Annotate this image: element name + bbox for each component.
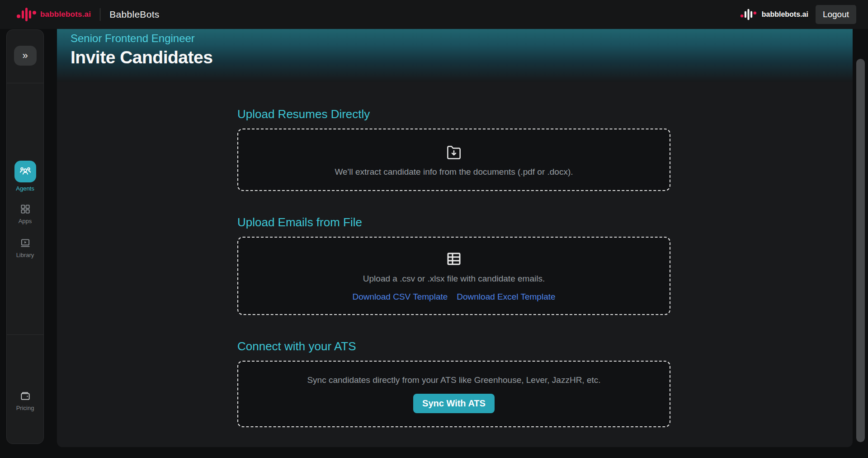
folder-download-icon bbox=[445, 143, 463, 161]
topbar-divider bbox=[100, 8, 100, 21]
logout-button[interactable]: Logout bbox=[816, 5, 856, 24]
page-title: Invite Candidates bbox=[71, 48, 853, 67]
job-title: Senior Frontend Engineer bbox=[71, 32, 853, 45]
email-upload-description: Upload a .csv or .xlsx file with candida… bbox=[363, 274, 545, 284]
vertical-scrollbar-thumb[interactable] bbox=[856, 59, 865, 442]
download-excel-template-link[interactable]: Download Excel Template bbox=[457, 292, 555, 302]
sections-container: Upload Resumes Directly We'll extract ca… bbox=[237, 82, 670, 427]
babblebots-logo-icon-right bbox=[741, 9, 756, 20]
resume-upload-dropzone[interactable]: We'll extract candidate info from the do… bbox=[237, 129, 670, 191]
table-icon bbox=[445, 250, 463, 268]
sidebar: » Agents bbox=[6, 29, 44, 444]
sidebar-item-label: Library bbox=[16, 252, 34, 258]
invite-candidates-screen: babblebots.ai BabbleBots babblebots.ai L… bbox=[0, 0, 868, 458]
topbar-right: babblebots.ai Logout bbox=[739, 5, 856, 24]
ats-connect-box: Sync candidates directly from your ATS l… bbox=[237, 361, 670, 427]
pricing-wallet-icon bbox=[19, 390, 31, 402]
section-heading-emails: Upload Emails from File bbox=[237, 215, 670, 229]
download-csv-template-link[interactable]: Download CSV Template bbox=[352, 292, 448, 302]
brand-text: babblebots.ai bbox=[40, 10, 91, 19]
agents-group-icon bbox=[14, 161, 36, 182]
sidebar-divider-top bbox=[7, 83, 43, 83]
babblebots-logo-icon bbox=[17, 8, 36, 21]
apps-grid-icon bbox=[19, 203, 31, 215]
page-header: Senior Frontend Engineer Invite Candidat… bbox=[57, 29, 853, 82]
sidebar-item-label: Pricing bbox=[16, 405, 34, 411]
sidebar-item-label: Apps bbox=[19, 218, 32, 224]
section-heading-resumes: Upload Resumes Directly bbox=[237, 107, 670, 121]
template-links: Download CSV Template Download Excel Tem… bbox=[352, 292, 555, 302]
sidebar-expand-button[interactable]: » bbox=[14, 46, 37, 66]
topbar-left: babblebots.ai BabbleBots bbox=[17, 8, 160, 21]
sidebar-item-pricing[interactable]: Pricing bbox=[7, 390, 43, 411]
brand-text-right: babblebots.ai bbox=[762, 10, 808, 19]
ats-description: Sync candidates directly from your ATS l… bbox=[307, 375, 600, 385]
sidebar-item-library[interactable]: Library bbox=[7, 237, 43, 258]
sidebar-divider-bottom bbox=[7, 334, 43, 335]
section-heading-ats: Connect with your ATS bbox=[237, 339, 670, 353]
library-video-icon bbox=[19, 237, 31, 249]
sidebar-item-agents[interactable]: Agents bbox=[7, 161, 43, 192]
email-upload-dropzone[interactable]: Upload a .csv or .xlsx file with candida… bbox=[237, 237, 670, 315]
sync-with-ats-button[interactable]: Sync With ATS bbox=[413, 394, 495, 413]
content-panel: Upload Resumes Directly We'll extract ca… bbox=[57, 82, 853, 447]
resume-upload-description: We'll extract candidate info from the do… bbox=[335, 167, 573, 177]
sidebar-item-label: Agents bbox=[16, 185, 34, 192]
topbar: babblebots.ai BabbleBots babblebots.ai L… bbox=[0, 0, 868, 29]
app-title: BabbleBots bbox=[109, 9, 159, 20]
sidebar-item-apps[interactable]: Apps bbox=[7, 203, 43, 224]
